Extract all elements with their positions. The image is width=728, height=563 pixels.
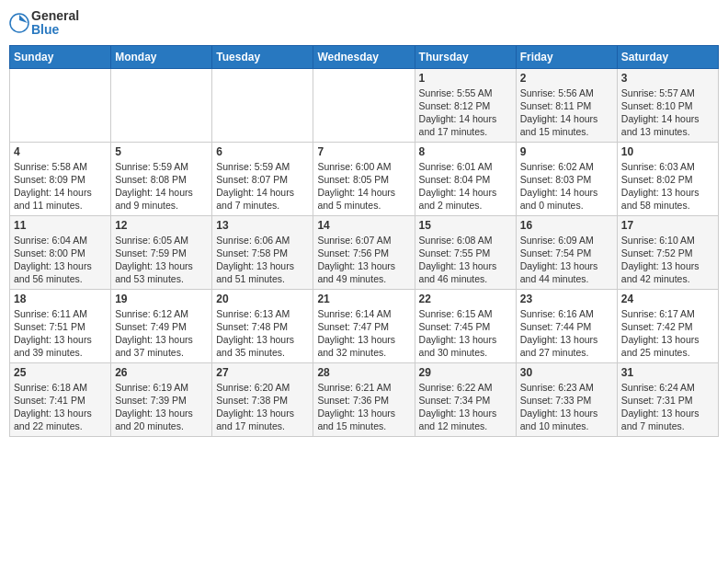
day-info: Sunrise: 6:04 AM Sunset: 8:00 PM Dayligh… — [14, 234, 107, 286]
day-info: Sunrise: 6:23 AM Sunset: 7:33 PM Dayligh… — [520, 381, 613, 433]
day-info: Sunrise: 5:57 AM Sunset: 8:10 PM Dayligh… — [621, 86, 714, 139]
day-number: 31 — [621, 366, 714, 379]
calendar-cell: 12Sunrise: 6:05 AM Sunset: 7:59 PM Dayli… — [111, 215, 212, 289]
calendar-week-row: 25Sunrise: 6:18 AM Sunset: 7:41 PM Dayli… — [10, 362, 719, 436]
calendar-cell — [212, 68, 313, 142]
day-info: Sunrise: 6:13 AM Sunset: 7:48 PM Dayligh… — [216, 307, 309, 360]
calendar-cell — [10, 68, 111, 142]
day-info: Sunrise: 6:00 AM Sunset: 8:05 PM Dayligh… — [317, 160, 410, 213]
calendar-cell: 8Sunrise: 6:01 AM Sunset: 8:04 PM Daylig… — [415, 142, 516, 215]
calendar-cell: 21Sunrise: 6:14 AM Sunset: 7:47 PM Dayli… — [313, 289, 415, 362]
calendar-cell: 26Sunrise: 6:19 AM Sunset: 7:39 PM Dayli… — [111, 362, 212, 436]
day-number: 16 — [520, 219, 613, 232]
calendar-cell — [111, 68, 212, 142]
calendar-cell: 24Sunrise: 6:17 AM Sunset: 7:42 PM Dayli… — [617, 289, 718, 362]
calendar-cell: 6Sunrise: 5:59 AM Sunset: 8:07 PM Daylig… — [212, 142, 313, 215]
calendar-cell: 29Sunrise: 6:22 AM Sunset: 7:34 PM Dayli… — [415, 362, 516, 436]
weekday-header: Friday — [516, 45, 617, 68]
calendar-week-row: 4Sunrise: 5:58 AM Sunset: 8:09 PM Daylig… — [10, 142, 719, 215]
calendar-week-row: 18Sunrise: 6:11 AM Sunset: 7:51 PM Dayli… — [10, 289, 719, 362]
day-number: 22 — [419, 293, 512, 305]
day-info: Sunrise: 6:09 AM Sunset: 7:54 PM Dayligh… — [520, 234, 613, 286]
svg-marker-1 — [19, 15, 28, 23]
logo-blue: Blue — [31, 23, 79, 37]
day-info: Sunrise: 5:56 AM Sunset: 8:11 PM Dayligh… — [520, 86, 613, 139]
day-number: 4 — [14, 145, 107, 158]
calendar-cell: 3Sunrise: 5:57 AM Sunset: 8:10 PM Daylig… — [617, 68, 718, 142]
calendar-cell: 18Sunrise: 6:11 AM Sunset: 7:51 PM Dayli… — [10, 289, 111, 362]
day-number: 21 — [317, 293, 410, 305]
day-number: 3 — [621, 72, 714, 85]
calendar-cell: 4Sunrise: 5:58 AM Sunset: 8:09 PM Daylig… — [10, 142, 111, 215]
day-number: 26 — [115, 366, 208, 379]
day-number: 7 — [317, 145, 410, 158]
day-number: 2 — [520, 72, 613, 85]
calendar-week-row: 11Sunrise: 6:04 AM Sunset: 8:00 PM Dayli… — [10, 215, 719, 289]
calendar-cell: 19Sunrise: 6:12 AM Sunset: 7:49 PM Dayli… — [111, 289, 212, 362]
day-info: Sunrise: 6:05 AM Sunset: 7:59 PM Dayligh… — [115, 234, 208, 286]
calendar-cell: 16Sunrise: 6:09 AM Sunset: 7:54 PM Dayli… — [516, 215, 617, 289]
day-info: Sunrise: 6:16 AM Sunset: 7:44 PM Dayligh… — [520, 307, 613, 360]
calendar-cell: 30Sunrise: 6:23 AM Sunset: 7:33 PM Dayli… — [516, 362, 617, 436]
calendar-cell: 22Sunrise: 6:15 AM Sunset: 7:45 PM Dayli… — [415, 289, 516, 362]
day-info: Sunrise: 6:07 AM Sunset: 7:56 PM Dayligh… — [317, 234, 410, 286]
calendar-cell: 31Sunrise: 6:24 AM Sunset: 7:31 PM Dayli… — [617, 362, 718, 436]
day-info: Sunrise: 6:19 AM Sunset: 7:39 PM Dayligh… — [115, 381, 208, 433]
day-info: Sunrise: 6:11 AM Sunset: 7:51 PM Dayligh… — [14, 307, 107, 360]
calendar-cell — [313, 68, 415, 142]
day-number: 6 — [216, 145, 309, 158]
day-number: 19 — [115, 293, 208, 305]
calendar-cell: 23Sunrise: 6:16 AM Sunset: 7:44 PM Dayli… — [516, 289, 617, 362]
weekday-header: Monday — [111, 45, 212, 68]
day-info: Sunrise: 6:24 AM Sunset: 7:31 PM Dayligh… — [621, 381, 714, 433]
weekday-header: Wednesday — [313, 45, 415, 68]
calendar-cell: 14Sunrise: 6:07 AM Sunset: 7:56 PM Dayli… — [313, 215, 415, 289]
day-number: 5 — [115, 145, 208, 158]
calendar-cell: 13Sunrise: 6:06 AM Sunset: 7:58 PM Dayli… — [212, 215, 313, 289]
day-info: Sunrise: 6:17 AM Sunset: 7:42 PM Dayligh… — [621, 307, 714, 360]
logo-text: General Blue — [31, 9, 79, 38]
day-number: 11 — [14, 219, 107, 232]
day-info: Sunrise: 6:22 AM Sunset: 7:34 PM Dayligh… — [419, 381, 512, 433]
header: General Blue — [9, 9, 719, 38]
day-info: Sunrise: 5:58 AM Sunset: 8:09 PM Dayligh… — [14, 160, 107, 213]
day-number: 13 — [216, 219, 309, 232]
calendar-cell: 5Sunrise: 5:59 AM Sunset: 8:08 PM Daylig… — [111, 142, 212, 215]
day-info: Sunrise: 6:20 AM Sunset: 7:38 PM Dayligh… — [216, 381, 309, 433]
day-number: 20 — [216, 293, 309, 305]
day-info: Sunrise: 6:08 AM Sunset: 7:55 PM Dayligh… — [419, 234, 512, 286]
day-info: Sunrise: 5:55 AM Sunset: 8:12 PM Dayligh… — [419, 86, 512, 139]
day-number: 18 — [14, 293, 107, 305]
day-number: 9 — [520, 145, 613, 158]
day-number: 30 — [520, 366, 613, 379]
calendar-cell: 1Sunrise: 5:55 AM Sunset: 8:12 PM Daylig… — [415, 68, 516, 142]
day-info: Sunrise: 6:12 AM Sunset: 7:49 PM Dayligh… — [115, 307, 208, 360]
weekday-header: Tuesday — [212, 45, 313, 68]
day-info: Sunrise: 6:03 AM Sunset: 8:02 PM Dayligh… — [621, 160, 714, 213]
day-number: 10 — [621, 145, 714, 158]
calendar-cell: 15Sunrise: 6:08 AM Sunset: 7:55 PM Dayli… — [415, 215, 516, 289]
day-number: 8 — [419, 145, 512, 158]
logo: General Blue — [9, 9, 79, 38]
day-info: Sunrise: 6:15 AM Sunset: 7:45 PM Dayligh… — [419, 307, 512, 360]
calendar-cell: 7Sunrise: 6:00 AM Sunset: 8:05 PM Daylig… — [313, 142, 415, 215]
weekday-header: Thursday — [415, 45, 516, 68]
day-number: 17 — [621, 219, 714, 232]
calendar-cell: 9Sunrise: 6:02 AM Sunset: 8:03 PM Daylig… — [516, 142, 617, 215]
weekday-header: Saturday — [617, 45, 718, 68]
logo-bird-icon — [9, 13, 29, 33]
logo-container: General Blue — [9, 9, 79, 38]
day-info: Sunrise: 6:01 AM Sunset: 8:04 PM Dayligh… — [419, 160, 512, 213]
calendar-week-row: 1Sunrise: 5:55 AM Sunset: 8:12 PM Daylig… — [10, 68, 719, 142]
day-number: 23 — [520, 293, 613, 305]
day-info: Sunrise: 6:06 AM Sunset: 7:58 PM Dayligh… — [216, 234, 309, 286]
calendar-cell: 25Sunrise: 6:18 AM Sunset: 7:41 PM Dayli… — [10, 362, 111, 436]
day-info: Sunrise: 6:14 AM Sunset: 7:47 PM Dayligh… — [317, 307, 410, 360]
calendar-cell: 20Sunrise: 6:13 AM Sunset: 7:48 PM Dayli… — [212, 289, 313, 362]
day-number: 25 — [14, 366, 107, 379]
calendar-table: SundayMondayTuesdayWednesdayThursdayFrid… — [9, 45, 719, 437]
weekday-header: Sunday — [10, 45, 111, 68]
day-info: Sunrise: 6:10 AM Sunset: 7:52 PM Dayligh… — [621, 234, 714, 286]
logo-general: General — [31, 9, 79, 23]
day-info: Sunrise: 6:21 AM Sunset: 7:36 PM Dayligh… — [317, 381, 410, 433]
